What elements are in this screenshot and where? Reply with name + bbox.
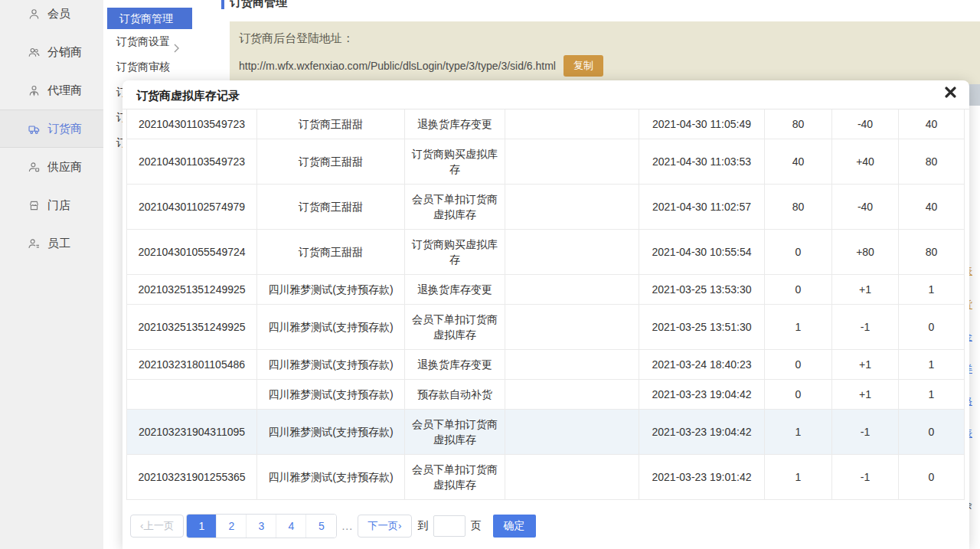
sidebar-item-store[interactable]: 门店 <box>0 186 103 224</box>
cell-order-no: 202104301103549723 <box>127 109 257 139</box>
cell-stock-before: 80 <box>765 185 832 230</box>
cell-change-type: 退换货库存变更 <box>405 350 505 380</box>
confirm-button[interactable]: 确定 <box>493 515 536 538</box>
cell-orderer-name: 四川雅梦测试(支持预存款) <box>257 455 405 500</box>
cell-stock-before: 40 <box>765 139 832 185</box>
cell-time: 2021-03-23 19:04:42 <box>639 380 765 410</box>
table-row[interactable]: 202104301103549723 订货商王甜甜 订货商购买虚拟库存 2021… <box>127 139 965 185</box>
cell-stock-after: 40 <box>899 109 965 139</box>
submenu-item-audit[interactable]: 订货商审核 <box>103 54 196 80</box>
modal-header: 订货商虚拟库存记录 <box>122 80 969 109</box>
sidebar-item-label: 门店 <box>47 198 70 213</box>
cell-change-type: 订货商购买虚拟库存 <box>405 139 505 185</box>
sidebar-item-label: 供应商 <box>47 160 82 175</box>
table-row[interactable]: 202103231904311095 四川雅梦测试(支持预存款) 会员下单扣订货… <box>127 410 965 455</box>
cell-change-type: 订货商购买虚拟库存 <box>405 230 505 275</box>
inventory-table-body: 202104301103549723 订货商王甜甜 退换货库存变更 2021-0… <box>127 109 965 500</box>
copy-button[interactable]: 复制 <box>564 55 603 77</box>
cell-stock-before: 0 <box>765 275 832 305</box>
table-row[interactable]: 202103251351249925 四川雅梦测试(支持预存款) 退换货库存变更… <box>127 275 965 305</box>
submenu-item-manage[interactable]: 订货商管理 <box>107 8 192 29</box>
cell-stock-after: 1 <box>899 275 965 305</box>
page-number-5[interactable]: 5 <box>306 515 336 538</box>
cell-empty <box>505 109 639 139</box>
cell-stock-before: 1 <box>765 410 832 455</box>
cell-stock-change: -40 <box>832 185 899 230</box>
cell-stock-before: 80 <box>765 109 832 139</box>
next-page-button[interactable]: 下一页› <box>358 515 411 538</box>
title-accent-bar <box>221 0 224 9</box>
page-number-3[interactable]: 3 <box>247 515 276 538</box>
sidebar-item-label: 分销商 <box>47 45 82 60</box>
cell-order-no: 202104301102574979 <box>127 185 257 230</box>
sidebar-item-member[interactable]: 会员 <box>0 0 103 33</box>
login-address-label: 订货商后台登陆地址： <box>239 31 980 46</box>
cell-stock-after: 80 <box>899 139 965 185</box>
cell-empty <box>505 350 639 380</box>
cell-time: 2021-03-24 18:40:23 <box>639 350 765 380</box>
cell-stock-before: 0 <box>765 380 832 410</box>
page-number-2[interactable]: 2 <box>217 515 247 538</box>
cell-stock-before: 0 <box>765 230 832 275</box>
table-row[interactable]: 202103231801105486 四川雅梦测试(支持预存款) 退换货库存变更… <box>127 350 965 380</box>
cell-order-no: 202103251351249925 <box>127 275 257 305</box>
prev-page-button[interactable]: ‹上一页 <box>130 515 184 538</box>
sidebar-item-orderer[interactable]: 订货商 <box>0 109 103 148</box>
cell-stock-after: 0 <box>899 305 965 350</box>
cell-empty <box>505 305 639 350</box>
cell-stock-change: -1 <box>832 305 899 350</box>
sidebar-item-staff[interactable]: 员工 <box>0 224 103 263</box>
cell-time: 2021-03-23 19:04:42 <box>639 410 765 455</box>
chevron-right-icon <box>174 37 179 46</box>
page-ellipsis: ... <box>341 520 353 532</box>
sidebar-item-distributor[interactable]: 分销商 <box>0 33 103 71</box>
cell-time: 2021-03-25 13:53:30 <box>639 275 765 305</box>
sidebar-item-supplier[interactable]: 供应商 <box>0 148 103 186</box>
cell-time: 2021-04-30 10:55:54 <box>639 230 765 275</box>
cell-stock-after: 40 <box>899 185 965 230</box>
page-title-row: 订货商管理 <box>221 0 287 10</box>
sidebar: 会员 分销商 代理商 订货商 供应商 门店 <box>0 0 103 549</box>
page-number-4[interactable]: 4 <box>276 515 306 538</box>
cell-change-type: 退换货库存变更 <box>405 275 505 305</box>
cell-change-type: 预存款自动补货 <box>405 380 505 410</box>
cell-orderer-name: 四川雅梦测试(支持预存款) <box>257 350 405 380</box>
cell-change-type: 会员下单扣订货商虚拟库存 <box>405 455 505 500</box>
cell-order-no: 202104301055549724 <box>127 230 257 275</box>
page-title: 订货商管理 <box>230 0 287 10</box>
cell-stock-after: 0 <box>899 410 965 455</box>
cell-empty <box>505 275 639 305</box>
distributor-icon <box>28 46 41 59</box>
screen: 会员 分销商 代理商 订货商 供应商 门店 <box>0 0 980 549</box>
table-row[interactable]: 四川雅梦测试(支持预存款) 预存款自动补货 2021-03-23 19:04:4… <box>127 380 965 410</box>
store-icon <box>28 199 41 212</box>
goto-page-input[interactable] <box>433 515 466 537</box>
table-row[interactable]: 202104301102574979 订货商王甜甜 会员下单扣订货商虚拟库存 2… <box>127 185 965 230</box>
cell-empty <box>505 410 639 455</box>
cell-orderer-name: 四川雅梦测试(支持预存款) <box>257 380 405 410</box>
cell-order-no: 202103231801105486 <box>127 350 257 380</box>
cell-order-no: 202103231901255365 <box>127 455 257 500</box>
sidebar-item-label: 订货商 <box>47 122 82 136</box>
cell-empty <box>505 380 639 410</box>
submenu-item-settings[interactable]: 订货商设置 <box>103 29 196 54</box>
cell-stock-after: 0 <box>899 455 965 500</box>
cell-empty <box>505 455 639 500</box>
cell-change-type: 会员下单扣订货商虚拟库存 <box>405 305 505 350</box>
table-row[interactable]: 202104301103549723 订货商王甜甜 退换货库存变更 2021-0… <box>127 109 965 139</box>
close-icon[interactable] <box>945 87 959 100</box>
virtual-inventory-modal: 订货商虚拟库存记录 202104301103549723 订货商王甜甜 退换货库… <box>122 80 969 549</box>
table-row[interactable]: 202103251351249925 四川雅梦测试(支持预存款) 会员下单扣订货… <box>127 305 965 350</box>
sidebar-item-label: 员工 <box>47 237 70 251</box>
cell-stock-change: -1 <box>832 410 899 455</box>
cell-orderer-name: 四川雅梦测试(支持预存款) <box>257 305 405 350</box>
page-number-1[interactable]: 1 <box>187 515 217 538</box>
cell-stock-change: +40 <box>832 139 899 185</box>
table-row[interactable]: 202104301055549724 订货商王甜甜 订货商购买虚拟库存 2021… <box>127 230 965 275</box>
cell-stock-before: 0 <box>765 350 832 380</box>
cell-change-type: 会员下单扣订货商虚拟库存 <box>405 185 505 230</box>
cell-empty <box>505 185 639 230</box>
page-unit-label: 页 <box>471 519 482 533</box>
table-row[interactable]: 202103231901255365 四川雅梦测试(支持预存款) 会员下单扣订货… <box>127 455 965 500</box>
sidebar-item-agent[interactable]: 代理商 <box>0 71 103 109</box>
